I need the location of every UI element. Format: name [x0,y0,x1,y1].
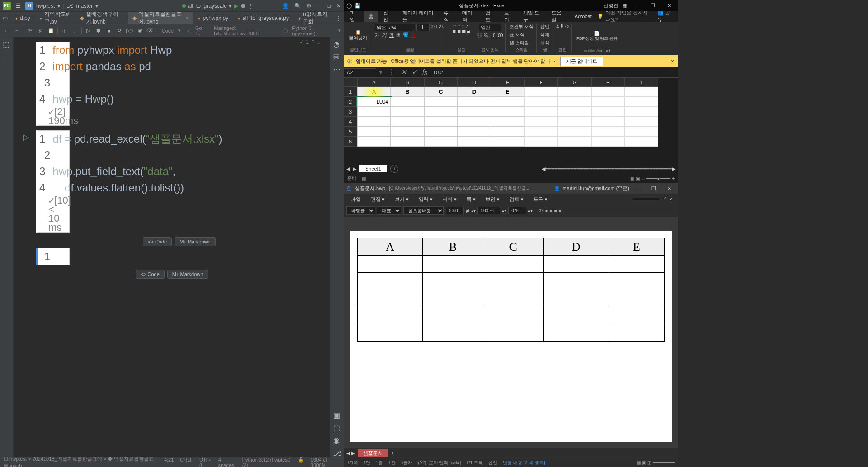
encoding[interactable]: UTF-8 [199,457,212,467]
run-cell-icon[interactable]: ▷ [85,27,92,35]
share-button[interactable]: 👥 공유 [654,10,676,23]
col-header-c[interactable]: C [424,78,458,87]
cut-icon[interactable]: ✂ [27,27,34,35]
font-color-icon[interactable]: 가 [411,32,415,38]
row-header-3[interactable]: 3 [344,107,357,117]
tab-close-icon[interactable]: × [185,15,189,21]
row-header-4[interactable]: 4 [344,117,357,127]
rtab-acrobat[interactable]: Acrobat [570,12,596,21]
database-icon[interactable]: ⛁ [333,52,341,61]
cursor-position[interactable]: 4:21 [164,457,174,467]
hmenu-review[interactable]: 검토 ▾ [505,194,528,205]
close-icon[interactable]: ✕ [663,1,675,10]
debug-cell-icon[interactable]: ⬢ [95,27,103,35]
bold-icon[interactable]: 가 [375,32,379,38]
hwp-tab-nav-icon[interactable]: ◀ ▶ [346,450,355,456]
stop-icon[interactable]: ■ [105,27,113,35]
add-markdown-button[interactable]: M↓ Markdown [175,237,215,246]
hwp-doc-tab[interactable]: 샘플문서 [358,449,388,457]
hwp-document[interactable]: ABCDE [344,224,678,448]
add-cell-icon[interactable]: ＋ [13,27,21,35]
terminal-icon[interactable]: ▣ [333,411,341,419]
cell-style-button[interactable]: 셀 스타일 [509,40,529,46]
project-name[interactable]: hwptest [36,3,55,9]
inspection-status[interactable]: ✓ 1 ⌃ ⌄ [299,39,321,45]
font-select[interactable]: 함초롬바탕 [403,206,444,215]
kernel-name[interactable]: Python 3 (ipykernel) [290,25,335,36]
project-tool-icon[interactable]: ▭ [0,15,10,21]
more-tool-icon[interactable]: ⋯ [3,52,11,61]
tabs-more-icon[interactable]: ⋮ [333,15,344,21]
restore-icon[interactable]: ❐ [646,1,659,10]
more-right-icon[interactable]: ⋯ [333,65,341,73]
more-fx-icon[interactable]: ⋮ [385,68,398,76]
add-sheet-icon[interactable]: + [390,165,398,173]
tab-3[interactable]: ◆엑셀자료를한글표에.ipynb× [128,12,193,24]
run-all-icon[interactable]: ▷▷ [126,27,133,35]
problems-icon[interactable]: ◉ [333,436,341,444]
up-icon[interactable]: ↑ [61,27,68,35]
underline-icon[interactable]: 가 [389,32,394,38]
tab-4[interactable]: ⬥pyhwpx.py [193,12,233,24]
hmenu-input[interactable]: 입력 ▾ [414,194,437,205]
sheet-nav-right-icon[interactable]: ▶ [353,166,356,172]
line-sep[interactable]: CRLF [180,457,193,467]
align-left-icon[interactable]: ≡ [545,208,548,213]
size-select[interactable] [416,24,430,31]
maximize-icon[interactable]: □ [328,3,331,9]
hmenu-tools[interactable]: 도구 ▾ [529,194,552,205]
tab-5[interactable]: ⬥all_to_grayscale.py [233,12,293,24]
hamburger-icon[interactable]: ☰ [14,1,23,10]
select-all-corner[interactable] [344,78,357,87]
tab-2[interactable]: ◆셀배경색구하기.ipynb [75,12,128,24]
row-header-2[interactable]: 2 [344,97,357,107]
number-format[interactable] [479,24,501,31]
hwp-table[interactable]: ABCDE [357,238,665,342]
interrupt-icon[interactable]: ◉ [136,27,144,35]
rtab-home[interactable]: 홈 [364,11,378,22]
interpreter[interactable]: Python 3.12 (hwptest) (2) [242,457,292,467]
cell-e1[interactable]: E [491,87,524,97]
notifications-icon[interactable]: ◔ [333,40,341,48]
tellme-search[interactable]: 💡 어떤 작업을 원하시나요? [597,10,653,23]
record-status[interactable]: 변경 내용 [기록 중지] [503,460,545,466]
cond-format-button[interactable]: 조건부 서식 [509,24,533,30]
row-header-1[interactable]: 1 [344,87,357,97]
cell-type[interactable]: Code [160,28,175,33]
settings-icon[interactable]: ⚙ [307,3,311,9]
col-header-a[interactable]: A [357,78,391,87]
managed-server[interactable]: Managed: http://localhost:8888 [212,25,279,36]
tab-6[interactable]: ⬥n값차트자동화 [293,12,333,24]
back-icon[interactable]: ← [3,27,10,35]
zoom1[interactable] [477,207,500,214]
grow-font-icon[interactable]: 가↑ [431,24,438,31]
restore-icon[interactable]: ❐ [647,184,660,193]
structure-icon[interactable]: ⬚ [3,40,11,48]
minimize-icon[interactable]: — [630,1,643,10]
col-header-f[interactable]: F [524,78,558,87]
cell-c1[interactable]: C [424,87,458,97]
fx-icon[interactable]: fx [420,68,430,76]
align-justify-icon[interactable]: ≡ [559,208,561,213]
hmenu-page[interactable]: 쪽 ▾ [462,194,480,205]
shrink-font-icon[interactable]: 가↓ [439,24,445,31]
align-center-icon[interactable]: ≡ [550,208,552,213]
sheet-scroll[interactable]: ◀━━━━━━━━━━━━━━━━━━━━━━━━━━━━━━━━━━━━━━━… [542,166,675,172]
formula-input[interactable] [430,69,678,76]
goto-text[interactable]: Go To [193,25,209,36]
cancel-icon[interactable]: ✕ [398,68,409,76]
breadcrumb[interactable]: ☐ hwptest > 20241018_엑셀자료를한글표에 > ◆ 엑셀자료를… [4,456,160,467]
git-icon[interactable]: ⎇ [333,449,341,457]
col-header-h[interactable]: H [591,78,625,87]
indent[interactable]: 4 spaces [218,457,236,467]
python-console-icon[interactable]: ⬚ [333,424,341,432]
font-select[interactable] [375,24,415,31]
size-up-icon[interactable]: ▴▾ [471,208,476,213]
insert-cells-button[interactable]: 삽입 [540,24,549,30]
font-size[interactable] [446,207,464,214]
hmenu-security[interactable]: 보안 ▾ [481,194,504,205]
sheet-tab[interactable]: Sheet1 [359,165,387,172]
table-format-button[interactable]: 표 서식 [509,32,524,38]
tab-1[interactable]: ⬥지역학교#구.py [35,12,75,24]
branch-name[interactable]: master [76,3,93,9]
